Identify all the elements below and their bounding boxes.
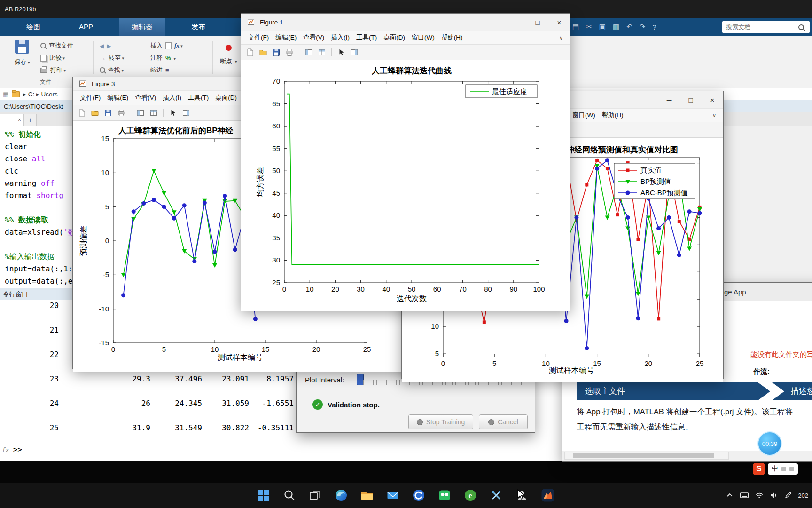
menu-item[interactable]: 桌面(D) bbox=[380, 33, 408, 42]
pane3-icon[interactable] bbox=[349, 47, 359, 57]
pane1-icon[interactable] bbox=[135, 108, 146, 118]
maximize-button[interactable]: □ bbox=[680, 91, 702, 108]
toolstrip-tab-编辑器[interactable]: 编辑器 bbox=[119, 18, 165, 36]
goto-button[interactable]: 转至 bbox=[100, 52, 124, 64]
breakpoint-icon[interactable] bbox=[226, 45, 232, 51]
ime-settings-icon[interactable] bbox=[789, 467, 794, 471]
find-files-button[interactable]: 查找文件 bbox=[40, 40, 73, 52]
taskbar-app-matlab[interactable] bbox=[541, 488, 555, 502]
stop-training-button[interactable]: Stop Training bbox=[408, 414, 473, 429]
chevron-down-icon[interactable]: ∨ bbox=[709, 112, 719, 119]
cursor-icon[interactable] bbox=[168, 108, 178, 118]
doc-search[interactable]: 搜索文档 bbox=[722, 21, 810, 33]
taskbar-app-explorer[interactable] bbox=[360, 488, 374, 502]
save-icon[interactable]: ▤ bbox=[572, 23, 579, 31]
cursor-icon[interactable] bbox=[336, 47, 346, 57]
redo-icon[interactable]: ↷ bbox=[640, 23, 646, 31]
save-icon[interactable] bbox=[103, 108, 113, 118]
sogou-icon[interactable]: S bbox=[753, 463, 765, 475]
compare-button[interactable]: 比较 bbox=[40, 52, 73, 64]
breakpoints-button[interactable]: 断点 bbox=[220, 56, 237, 68]
taskbar-app-start[interactable] bbox=[257, 488, 271, 502]
keyboard-icon[interactable] bbox=[740, 492, 749, 499]
undo-icon[interactable]: ↶ bbox=[626, 23, 632, 31]
back-icon[interactable] bbox=[100, 42, 104, 49]
menu-item[interactable]: 窗口(W) bbox=[408, 33, 438, 42]
taskbar-app-ebrowser[interactable]: e bbox=[463, 488, 477, 502]
save-button[interactable]: 保存 bbox=[8, 40, 36, 66]
pane3-icon[interactable] bbox=[181, 108, 191, 118]
minimize-button[interactable]: ─ bbox=[658, 91, 680, 108]
taskbar-app-wechat[interactable] bbox=[437, 488, 452, 502]
cut-icon[interactable]: ✂ bbox=[586, 23, 592, 31]
help-icon[interactable]: ? bbox=[652, 23, 656, 31]
print-icon[interactable] bbox=[116, 108, 126, 118]
copy-icon[interactable]: ▣ bbox=[599, 23, 606, 31]
taskbar-clock[interactable]: 202 bbox=[798, 492, 808, 499]
pane2-icon[interactable] bbox=[317, 47, 327, 57]
save-icon[interactable] bbox=[271, 47, 281, 57]
menu-item[interactable]: 编辑(E) bbox=[272, 33, 300, 42]
pane1-icon[interactable] bbox=[304, 47, 314, 57]
taskbar-app-edge[interactable] bbox=[334, 488, 348, 502]
menu-item[interactable]: 编辑(E) bbox=[104, 94, 132, 102]
menu-item[interactable]: 帮助(H) bbox=[438, 33, 466, 42]
pen-icon[interactable] bbox=[784, 492, 792, 499]
comment-more-icon[interactable] bbox=[174, 55, 176, 62]
volume-icon[interactable] bbox=[770, 492, 778, 499]
toolstrip-tab-绘图[interactable]: 绘图 bbox=[14, 18, 53, 36]
comment-button[interactable]: 注释 bbox=[150, 52, 183, 64]
close-icon[interactable]: × bbox=[18, 117, 21, 123]
plot-interval-slider[interactable] bbox=[357, 374, 364, 385]
menu-item[interactable]: 工具(T) bbox=[185, 94, 212, 102]
menu-item[interactable]: 文件(F) bbox=[77, 94, 104, 102]
new-tab-button[interactable]: + bbox=[23, 114, 37, 126]
maximize-button[interactable]: □ bbox=[527, 14, 548, 31]
step-describe-app[interactable]: 描述您的 A bbox=[772, 382, 812, 400]
editor-tab[interactable]: × bbox=[0, 114, 25, 126]
open-icon[interactable] bbox=[90, 108, 100, 118]
minimize-button[interactable]: ─ bbox=[781, 5, 786, 13]
forward-icon[interactable] bbox=[107, 42, 111, 49]
menu-item[interactable]: 查看(V) bbox=[132, 94, 159, 102]
toolstrip-tab-APP[interactable]: APP bbox=[67, 18, 105, 36]
close-button[interactable]: × bbox=[702, 91, 723, 108]
paste-icon[interactable]: ▥ bbox=[613, 23, 619, 31]
wifi-icon[interactable] bbox=[755, 492, 764, 499]
percent-icon[interactable] bbox=[165, 55, 171, 62]
ime-bar[interactable]: 中 bbox=[768, 463, 798, 475]
command-prompt[interactable]: fx>> bbox=[2, 445, 22, 454]
taskbar-app-search[interactable] bbox=[282, 488, 297, 502]
new-icon[interactable] bbox=[77, 108, 87, 118]
chevron-up-icon[interactable] bbox=[726, 492, 734, 499]
minimize-button[interactable]: ─ bbox=[505, 14, 527, 31]
search-icon[interactable] bbox=[798, 24, 804, 30]
horizontal-scrollbar[interactable] bbox=[564, 452, 729, 460]
menu-item[interactable]: 插入(I) bbox=[159, 94, 185, 102]
indent-icon[interactable] bbox=[165, 67, 169, 74]
step-select-main-file[interactable]: 选取主文件 bbox=[577, 382, 770, 400]
menu-item[interactable]: 工具(T) bbox=[353, 33, 380, 42]
indent-button[interactable]: 缩进 bbox=[150, 64, 183, 76]
new-icon[interactable] bbox=[245, 47, 255, 57]
recording-timer[interactable]: 00:39 bbox=[757, 431, 782, 456]
taskbar-app-snip[interactable] bbox=[489, 488, 503, 502]
close-button[interactable]: × bbox=[548, 14, 570, 31]
menu-item[interactable]: 窗口(W) bbox=[569, 111, 599, 119]
print-button[interactable]: 打印 bbox=[40, 64, 73, 76]
ime-lang-label[interactable]: 中 bbox=[772, 465, 778, 473]
menu-item[interactable]: 文件(F) bbox=[245, 33, 272, 42]
menu-item[interactable]: 插入(I) bbox=[328, 33, 353, 42]
fx-icon[interactable] bbox=[174, 42, 183, 49]
find-button[interactable]: 查找 bbox=[100, 64, 124, 76]
taskbar-app-mail[interactable] bbox=[386, 488, 400, 502]
toolstrip-tab-发布[interactable]: 发布 bbox=[179, 18, 218, 36]
open-icon[interactable] bbox=[258, 47, 268, 57]
scrollbar-thumb[interactable] bbox=[573, 453, 714, 458]
chevron-down-icon[interactable]: ∨ bbox=[556, 35, 566, 41]
menu-item[interactable]: 桌面(D) bbox=[212, 94, 240, 102]
menu-item[interactable]: 帮助(H) bbox=[599, 111, 627, 119]
print-icon[interactable] bbox=[284, 47, 295, 57]
cancel-button[interactable]: Cancel bbox=[479, 414, 528, 429]
taskbar-app-taskview[interactable] bbox=[308, 488, 322, 502]
